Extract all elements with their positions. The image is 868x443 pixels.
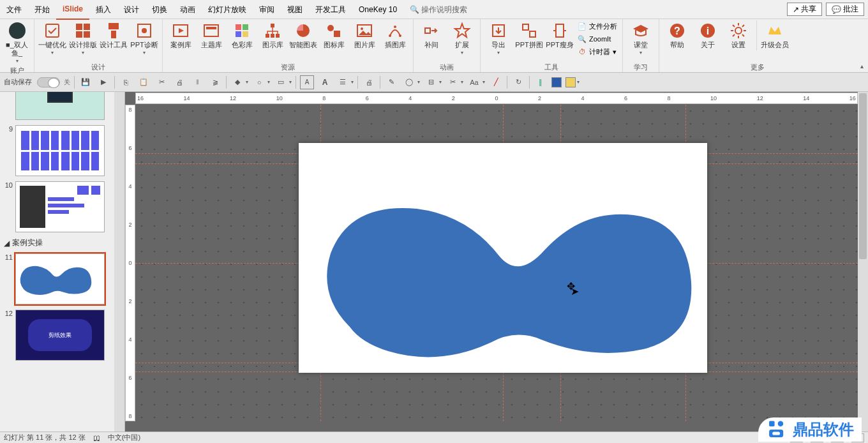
- tab-view[interactable]: 视图: [281, 0, 309, 19]
- tab-developer[interactable]: 开发工具: [309, 0, 352, 19]
- ppt-mosaic-button[interactable]: PPT拼图: [514, 20, 544, 57]
- share-button[interactable]: ↗ 共享: [787, 3, 822, 16]
- icon-library-button[interactable]: 图标库: [318, 20, 349, 50]
- paste-button[interactable]: 📋: [137, 75, 151, 89]
- merge-shapes-button[interactable]: ◯: [402, 75, 416, 89]
- extend-button[interactable]: 扩展▾: [447, 20, 477, 57]
- wordart-button[interactable]: A: [318, 75, 332, 89]
- align-button[interactable]: ⫴: [190, 75, 204, 89]
- tab-onekey[interactable]: OneKey 10: [352, 0, 403, 19]
- slide-thumb-12[interactable]: 12 剪纸效果: [0, 307, 124, 363]
- font-size-button[interactable]: Aa: [467, 75, 481, 89]
- copy-button[interactable]: ⎘: [119, 75, 133, 89]
- star-icon: [453, 22, 471, 40]
- class-button[interactable]: 课堂▾: [625, 20, 656, 57]
- shape-fill-button[interactable]: ◆: [230, 75, 244, 89]
- ribbon-collapse-button[interactable]: ▴: [855, 19, 868, 72]
- search-box[interactable]: 🔍 操作说明搜索: [403, 0, 474, 19]
- zoomit-button[interactable]: 🔍ZoomIt: [578, 33, 617, 45]
- tab-design[interactable]: 设计: [117, 0, 146, 19]
- tab-home[interactable]: 开始: [28, 0, 56, 19]
- tab-slideshow[interactable]: 幻灯片放映: [202, 0, 253, 19]
- smart-chart-button[interactable]: 智能图表: [288, 20, 318, 50]
- mosaic-icon: [520, 22, 538, 40]
- timer-button[interactable]: ⏱计时器 ▾: [578, 46, 617, 57]
- save-button[interactable]: 💾: [79, 75, 93, 89]
- tab-file[interactable]: 文件: [0, 0, 28, 19]
- slide-thumb-10[interactable]: 10: [0, 179, 124, 235]
- autosave-toggle[interactable]: [37, 77, 60, 87]
- settings-button[interactable]: 设置: [723, 20, 754, 50]
- diagram-library-button[interactable]: 图示库: [257, 20, 288, 50]
- editor-vertical-scrollbar[interactable]: [858, 92, 868, 432]
- print-button[interactable]: 🖨: [172, 75, 186, 89]
- slide-thumb-9[interactable]: 9: [0, 123, 124, 179]
- export-button[interactable]: 导出▾: [483, 20, 514, 57]
- brand-logo-icon: [766, 419, 788, 440]
- rotate-button[interactable]: ↻: [511, 75, 525, 89]
- svg-rect-14: [243, 24, 248, 30]
- comments-button[interactable]: 💬 批注: [826, 3, 864, 16]
- image-library-button[interactable]: 图片库: [349, 20, 380, 50]
- ribbon-group-learn: 课堂▾ 学习: [623, 19, 659, 72]
- slide-editor[interactable]: 1614121086420246810121416 864202468 ✥➤: [125, 92, 868, 432]
- case-library-button[interactable]: 案例库: [165, 20, 196, 50]
- pen-button[interactable]: ╱: [489, 75, 503, 89]
- language-indicator[interactable]: 中文(中国): [108, 433, 140, 442]
- blob-shape[interactable]: [311, 199, 694, 359]
- account-user-label: ■_双人鱼_: [4, 41, 30, 57]
- crop-button[interactable]: ✂: [445, 75, 460, 89]
- from-beginning-button[interactable]: ▶: [96, 75, 110, 89]
- tab-review[interactable]: 审阅: [253, 0, 281, 19]
- account-button[interactable]: ■_双人鱼_ ▾: [3, 20, 31, 65]
- upgrade-button[interactable]: 升级会员: [760, 20, 790, 50]
- color-library-button[interactable]: 色彩库: [227, 20, 257, 50]
- section-header[interactable]: ◢案例实操: [0, 235, 124, 251]
- slide-thumb-11[interactable]: 11: [0, 251, 124, 307]
- accessibility-icon[interactable]: 🕮: [93, 434, 100, 442]
- tween-icon: [423, 22, 440, 40]
- file-analysis-button[interactable]: 📄文件分析: [578, 20, 617, 32]
- print-preview-button[interactable]: 🖨: [362, 75, 376, 89]
- guides-button[interactable]: ‖: [534, 75, 548, 89]
- help-button[interactable]: ?帮助: [662, 20, 692, 50]
- tab-islide[interactable]: iSlide: [56, 0, 89, 20]
- ppt-slim-button[interactable]: PPT瘦身: [544, 20, 575, 57]
- tab-animations[interactable]: 动画: [174, 0, 202, 19]
- distribute-button[interactable]: ⫺: [208, 75, 222, 89]
- slide-thumb-8[interactable]: [0, 92, 124, 123]
- svg-text:?: ?: [674, 26, 680, 36]
- slide-canvas[interactable]: [299, 143, 707, 373]
- theme-library-button[interactable]: 主题库: [196, 20, 227, 50]
- design-tools-button[interactable]: 设计工具: [98, 20, 129, 57]
- status-bar: 幻灯片 第 11 张，共 12 张 🕮 中文(中国) ≐ 备注 ▭ ▦ ▤ ▶: [0, 432, 868, 443]
- tween-button[interactable]: 补间: [416, 20, 447, 57]
- arrange-button[interactable]: ⊟: [424, 75, 438, 89]
- horizontal-ruler[interactable]: 1614121086420246810121416: [135, 93, 858, 104]
- theme-color-2[interactable]: [565, 77, 576, 87]
- tools-side-column: 📄文件分析 🔍ZoomIt ⏱计时器 ▾: [575, 20, 620, 57]
- eyedropper-button[interactable]: ✎: [384, 75, 398, 89]
- one-click-optimize-button[interactable]: 一键优化▾: [37, 20, 68, 57]
- cut-button[interactable]: ✂: [154, 75, 168, 89]
- bullets-button[interactable]: ☰: [336, 75, 350, 89]
- theme-color-1[interactable]: [551, 77, 562, 87]
- shape-outline-button[interactable]: ○: [252, 75, 266, 89]
- ppt-diagnose-button[interactable]: PPT诊断▾: [129, 20, 160, 57]
- vertical-ruler[interactable]: 864202468: [125, 105, 135, 421]
- about-button[interactable]: i关于: [692, 20, 723, 50]
- shape-effects-button[interactable]: ▭: [274, 75, 288, 89]
- svg-line-42: [733, 25, 735, 27]
- tab-transitions[interactable]: 切换: [146, 0, 174, 19]
- slidenav-scrollbar[interactable]: [114, 92, 124, 432]
- vector-icon: [386, 22, 404, 40]
- svg-rect-3: [84, 24, 90, 30]
- more-dropdown[interactable]: ▾: [577, 79, 580, 85]
- tab-insert[interactable]: 插入: [89, 0, 117, 19]
- design-layout-button[interactable]: 设计排版▾: [68, 20, 98, 57]
- gear-icon: [730, 22, 747, 40]
- svg-point-27: [394, 26, 396, 28]
- illustration-library-button[interactable]: 插图库: [380, 20, 410, 50]
- textbox-button[interactable]: A: [300, 75, 314, 89]
- slide-thumbnail-pane[interactable]: 9 10 ◢案例实操 11 12 剪纸效果: [0, 92, 125, 432]
